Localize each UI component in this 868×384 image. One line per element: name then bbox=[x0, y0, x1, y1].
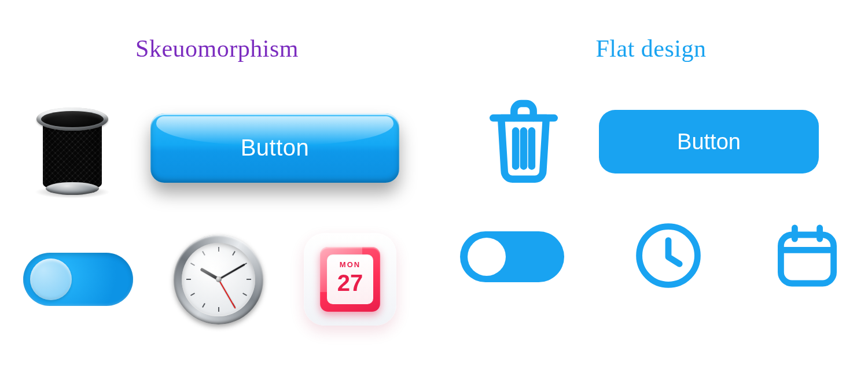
calendar-icon bbox=[773, 221, 842, 293]
svg-rect-4 bbox=[781, 235, 833, 283]
skeu-toggle[interactable] bbox=[23, 253, 133, 306]
trash-icon bbox=[483, 97, 564, 186]
trash-icon bbox=[29, 97, 116, 198]
flat-toggle-knob bbox=[468, 238, 506, 276]
calendar-day-number: 27 bbox=[327, 271, 373, 294]
skeu-toggle-knob bbox=[30, 259, 72, 300]
skeu-button-label: Button bbox=[241, 135, 310, 160]
flat-button-label: Button bbox=[677, 130, 741, 154]
flat-button[interactable]: Button bbox=[599, 110, 819, 173]
clock-icon bbox=[634, 221, 703, 293]
skeuomorphism-heading: Skeuomorphism bbox=[135, 35, 299, 62]
calendar-day-of-week: MON bbox=[327, 260, 373, 269]
calendar-icon: MON 27 bbox=[304, 233, 396, 326]
clock-icon bbox=[174, 235, 263, 324]
flat-design-heading: Flat design bbox=[596, 35, 707, 62]
flat-toggle[interactable] bbox=[460, 231, 564, 282]
skeu-button[interactable]: Button bbox=[150, 113, 399, 183]
